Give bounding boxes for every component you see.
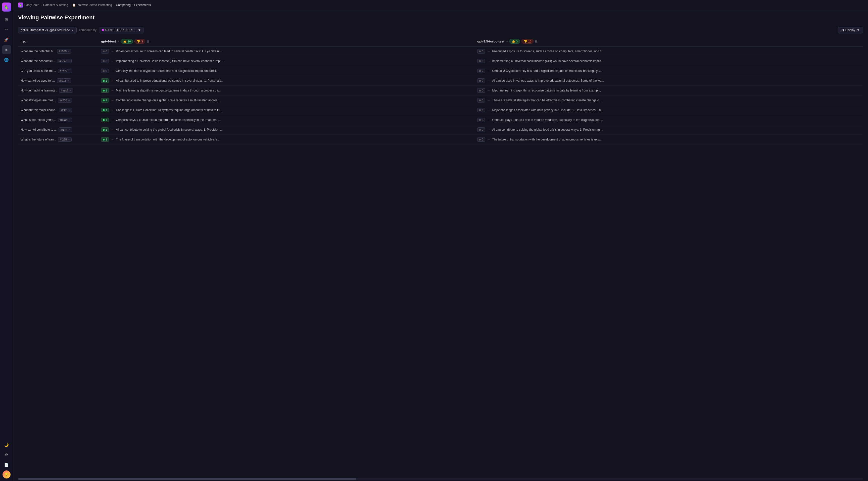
model1-arrow-btn-9[interactable]: → — [111, 138, 114, 141]
model1-chip-8: 1 — [101, 127, 109, 132]
tag-arrow-icon: → — [68, 128, 70, 131]
breadcrumb-sep-1: › — [41, 3, 42, 6]
model2-name: gpt-3.5-turbo-test — [477, 39, 504, 43]
sidebar-icon-grid[interactable]: ⊞ — [2, 15, 11, 24]
model1-arrow-btn-8[interactable]: → — [111, 128, 114, 131]
model1-text-2: Certainly, the rise of cryptocurrencies … — [116, 69, 472, 72]
model2-ext-link-icon[interactable]: ↗ — [506, 40, 508, 43]
tag-arrow-icon: → — [67, 80, 69, 82]
input-tag-1[interactable]: #3e4c → — [58, 59, 72, 63]
model2-arrow-btn-6[interactable]: → — [487, 108, 490, 112]
display-button[interactable]: ⊟ Display ▼ — [838, 27, 863, 33]
model2-response-cell-1: 0 → Implementing a universal basic incom… — [475, 56, 863, 66]
ranked-dot — [102, 29, 104, 31]
model2-arrow-btn-0[interactable]: → — [487, 50, 490, 53]
model2-text-8: AI can contribute to solving the global … — [492, 128, 861, 131]
display-icon: ⊟ — [841, 28, 844, 32]
breadcrumb-pairwise[interactable]: pairwise-demo-interesting — [78, 3, 112, 7]
input-tag-6[interactable]: #cffc → — [60, 108, 72, 112]
chip-dot-icon-2 — [479, 70, 481, 72]
model1-response-cell-3: 1 → AI can be used to improve educationa… — [98, 76, 475, 86]
avatar[interactable]: 😊 — [2, 471, 10, 479]
table-row[interactable]: How can AI be used to i... #8915 → 1 → A… — [18, 76, 863, 86]
breadcrumb-sep-2: › — [70, 3, 71, 6]
model1-arrow-btn-7[interactable]: → — [111, 118, 114, 122]
table-row[interactable]: What is the future of tran... #f225 → 1 … — [18, 135, 863, 145]
input-tag-8[interactable]: #f174 → — [59, 127, 72, 132]
chip-dot-icon-2 — [479, 119, 481, 121]
model1-arrow-btn-2[interactable]: → — [111, 69, 114, 72]
model1-arrow-btn-3[interactable]: → — [111, 79, 114, 83]
model2-arrow-btn-2[interactable]: → — [487, 69, 490, 72]
input-tag-3[interactable]: #8915 → — [57, 79, 71, 83]
table-row[interactable]: Can you discuss the imp... #7e70 → 0 → C… — [18, 66, 863, 76]
model2-text-7: Genetics plays a crucial role in modern … — [492, 118, 861, 122]
chip-dot-icon-2 — [479, 129, 481, 131]
model2-response-cell-7: 0 → Genetics plays a crucial role in mod… — [475, 115, 863, 125]
breadcrumb-langchain[interactable]: LangChain — [25, 3, 39, 7]
input-text-5: What strategies are mos... — [21, 98, 56, 102]
table-row[interactable]: What are the potential h... #1585 → 0 → … — [18, 47, 863, 56]
model1-score-down[interactable]: 👎 3 — [134, 39, 145, 44]
model2-filter-icon[interactable]: ⊟ — [535, 40, 537, 43]
app-logo[interactable]: 🦜 — [2, 2, 11, 11]
table-row[interactable]: How can AI contribute to ... #f174 → 1 →… — [18, 125, 863, 135]
model1-text-1: Implementing a Universal Basic Income (U… — [116, 59, 472, 63]
model2-arrow-btn-8[interactable]: → — [487, 128, 490, 131]
sidebar-icon-doc[interactable]: 📄 — [2, 460, 11, 470]
table-row[interactable]: How do machine learning... #aac6 → 1 → M… — [18, 86, 863, 95]
model1-arrow-btn-6[interactable]: → — [111, 108, 114, 112]
tag-arrow-icon: → — [69, 89, 71, 92]
model2-arrow-btn-5[interactable]: → — [487, 98, 490, 102]
model1-arrow-btn-5[interactable]: → — [111, 98, 114, 102]
table-row[interactable]: What are the major challe... #cffc → 1 →… — [18, 105, 863, 115]
table-row[interactable]: What are the economic i... #3e4c → 0 → I… — [18, 56, 863, 66]
model1-arrow-btn-4[interactable]: → — [111, 89, 114, 92]
model2-arrow-btn-1[interactable]: → — [487, 59, 490, 63]
col-model1: gpt-4-test ↗ 👍 10 👎 3 ⊟ — [98, 36, 475, 47]
breadcrumb-datasets[interactable]: Datasets & Testing — [43, 3, 68, 7]
model2-arrow-btn-7[interactable]: → — [487, 118, 490, 122]
model1-filter-icon[interactable]: ⊟ — [147, 40, 149, 43]
model1-arrow-btn-1[interactable]: → — [111, 59, 114, 63]
input-cell-7: What is the role of genet... #d8a4 → — [18, 115, 98, 125]
model1-ext-link-icon[interactable]: ↗ — [117, 40, 119, 43]
input-tag-5[interactable]: #c335 → — [58, 98, 72, 102]
table-row[interactable]: What is the role of genet... #d8a4 → 1 →… — [18, 115, 863, 125]
model2-score-up[interactable]: 👍 3 — [509, 39, 520, 44]
table-row[interactable]: What strategies are mos... #c335 → 1 → C… — [18, 95, 863, 105]
model1-text-0: Prolonged exposure to screens can lead t… — [116, 50, 472, 53]
model2-text-5: There are several strategies that can be… — [492, 98, 861, 102]
chip-dot-icon — [103, 80, 104, 82]
model2-chip-4: 0 — [477, 88, 485, 93]
scrollbar-thumb[interactable] — [18, 478, 356, 480]
input-cell-2: Can you discuss the imp... #7e70 → — [18, 66, 98, 76]
tag-arrow-icon: → — [67, 50, 70, 53]
thumbs-up-icon-2: 👍 — [512, 40, 515, 43]
input-tag-2[interactable]: #7e70 → — [58, 69, 72, 73]
sidebar-icon-edit[interactable]: ✏ — [2, 25, 11, 34]
horizontal-scrollbar[interactable] — [18, 478, 863, 480]
breadcrumb-logo: 🦜 — [18, 2, 23, 7]
chip-dot-icon — [103, 70, 104, 72]
model2-arrow-btn-9[interactable]: → — [487, 138, 490, 141]
model2-arrow-btn-3[interactable]: → — [487, 79, 490, 83]
model-compare-select[interactable]: gpt-3.5-turbo-test vs. gpt-4-test-2edc ▼ — [18, 27, 76, 33]
model1-score-up[interactable]: 👍 10 — [121, 39, 133, 44]
input-tag-9[interactable]: #f225 → — [58, 137, 72, 142]
chevron-down-icon: ▼ — [71, 29, 74, 32]
model2-score-down[interactable]: 👎 10 — [522, 39, 533, 44]
model2-arrow-btn-4[interactable]: → — [487, 89, 490, 92]
input-tag-7[interactable]: #d8a4 → — [58, 118, 72, 122]
input-tag-0[interactable]: #1585 → — [57, 49, 71, 54]
model2-response-cell-6: 0 → Major challenges associated with dat… — [475, 105, 863, 115]
sidebar-icon-rocket[interactable]: 🚀 — [2, 35, 11, 44]
sidebar-icon-moon[interactable]: 🌙 — [2, 440, 11, 449]
input-tag-4[interactable]: #aac6 → — [59, 88, 73, 93]
ranked-badge[interactable]: RANKED_PREFERE... ▼ — [99, 27, 144, 33]
sidebar-icon-gear[interactable]: ⚙ — [2, 450, 11, 459]
sidebar-icon-globe[interactable]: 🌐 — [2, 55, 11, 64]
chip-dot-icon — [103, 109, 104, 111]
model1-arrow-btn-0[interactable]: → — [111, 50, 114, 53]
sidebar-icon-list[interactable]: ≡ — [2, 45, 11, 54]
